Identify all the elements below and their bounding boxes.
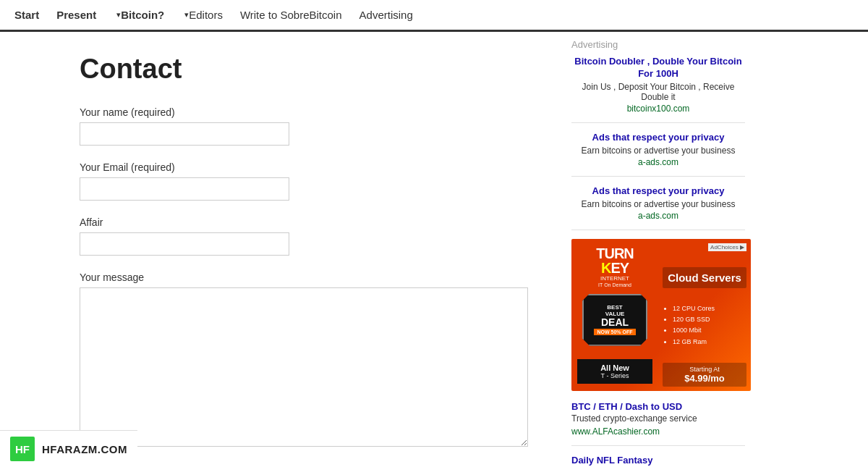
btc-ad-link[interactable]: BTC / ETH / Dash to USD: [571, 401, 745, 412]
ad-aads-1: Ads that respect your privacy Earn bitco…: [571, 132, 745, 177]
main-content: Contact Your name (required) Your Email …: [0, 32, 564, 467]
affair-field-group: Affair: [80, 216, 535, 256]
ad-aads-1-url: a-ads.com: [571, 157, 745, 167]
turnkey-right: AdChoices ▶ Cloud Servers 12 CPU Cores 1…: [658, 239, 751, 391]
nav-write[interactable]: Write to SobreBitcoin: [240, 9, 342, 21]
sidebar: Advertising Bitcoin Doubler , Double You…: [564, 32, 752, 467]
nav-start[interactable]: Start: [14, 9, 39, 21]
cloud-servers-label: Cloud Servers: [663, 267, 746, 288]
footer-bar: HF HFARAZM.COM: [0, 430, 137, 467]
page-wrap: Contact Your name (required) Your Email …: [0, 32, 868, 467]
starting-price: $4.99/mo: [664, 373, 745, 384]
affair-label: Affair: [80, 216, 535, 228]
ad-aads-2-link[interactable]: Ads that respect your privacy: [571, 185, 745, 198]
specs-list: 12 CPU Cores 120 GB SSD 1000 Mbit 12 GB …: [663, 303, 746, 348]
message-textarea[interactable]: [80, 287, 528, 447]
message-label: Your message: [80, 272, 535, 283]
email-label: Your Email (required): [80, 161, 535, 173]
name-field-group: Your name (required): [80, 106, 535, 146]
ad-bitcoin-doubler: Bitcoin Doubler , Double Your Bitcoin Fo…: [571, 56, 745, 123]
name-label: Your name (required): [80, 106, 535, 118]
adchoices-badge: AdChoices ▶: [708, 243, 746, 251]
name-input[interactable]: [80, 122, 289, 146]
spec-cpu: 12 CPU Cores: [673, 303, 746, 314]
ad-bitcoin-doubler-desc: Join Us , Deposit Your Bitcoin , Receive…: [571, 82, 745, 102]
ad-bitcoin-doubler-url: bitcoinx100.com: [571, 104, 745, 114]
email-field-group: Your Email (required): [80, 161, 535, 201]
ad-aads-2-desc: Earn bitcoins or advertise your business: [571, 199, 745, 209]
sidebar-section-title: Advertising: [571, 39, 745, 50]
spec-ssd: 120 GB SSD: [673, 314, 746, 325]
ad-aads-2: Ads that respect your privacy Earn bitco…: [571, 185, 745, 230]
spec-ram: 12 GB Ram: [673, 337, 746, 348]
best-value-badge: BEST VALUE DEAL NOW 50% OFF: [582, 294, 647, 346]
main-nav: Start Present ▾ Bitcoin? ▾ Editors Write…: [0, 0, 868, 32]
badge-off: NOW 50% OFF: [594, 329, 635, 335]
page-title: Contact: [80, 54, 535, 85]
affair-input[interactable]: [80, 232, 289, 256]
turnkey-t-series: T - Series: [601, 372, 629, 379]
btc-ad-url: www.ALFAcashier.com: [571, 426, 660, 437]
starting-label: Starting At: [689, 366, 720, 373]
turnkey-logo-highlight: K: [601, 260, 610, 276]
email-input[interactable]: [80, 177, 289, 201]
ad-aads-1-link[interactable]: Ads that respect your privacy: [571, 132, 745, 144]
turnkey-bottom-label: All New T - Series: [577, 359, 652, 384]
turnkey-logo: TURNKEY: [596, 246, 634, 275]
turnkey-logo-sub: INTERNETIT On Demand: [598, 275, 631, 288]
site-name: HFARAZM.COM: [42, 443, 127, 455]
btc-ad: BTC / ETH / Dash to USD Trusted crypto-e…: [571, 401, 745, 446]
message-field-group: Your message: [80, 272, 535, 449]
nav-bitcoin[interactable]: Bitcoin? ▾: [121, 9, 189, 21]
ad-bitcoin-doubler-link[interactable]: Bitcoin Doubler , Double Your Bitcoin Fo…: [571, 56, 745, 80]
starting-at: Starting At $4.99/mo: [663, 363, 746, 387]
nfl-ad-link[interactable]: Daily NFL Fantasy: [571, 455, 745, 466]
btc-ad-desc: Trusted crypto-exchange service: [571, 413, 745, 424]
badge-deal: DEAL: [601, 317, 629, 327]
nav-present[interactable]: Present ▾: [56, 9, 121, 21]
nav-advertising[interactable]: Advertising: [359, 9, 413, 21]
nfl-ad: Daily NFL Fantasy: [571, 455, 745, 467]
hf-logo: HF: [10, 437, 35, 461]
spec-mbit: 1000 Mbit: [673, 325, 746, 336]
badge-best: BEST: [607, 304, 622, 311]
ad-aads-2-url: a-ads.com: [571, 211, 745, 221]
turnkey-ad[interactable]: TURNKEY INTERNETIT On Demand BEST VALUE …: [571, 239, 751, 391]
turnkey-left: TURNKEY INTERNETIT On Demand BEST VALUE …: [571, 239, 658, 391]
contact-form: Your name (required) Your Email (require…: [80, 106, 535, 449]
ad-aads-1-desc: Earn bitcoins or advertise your business: [571, 146, 745, 156]
turnkey-all-new: All New: [580, 363, 650, 372]
nav-editors[interactable]: Editors: [189, 9, 223, 21]
